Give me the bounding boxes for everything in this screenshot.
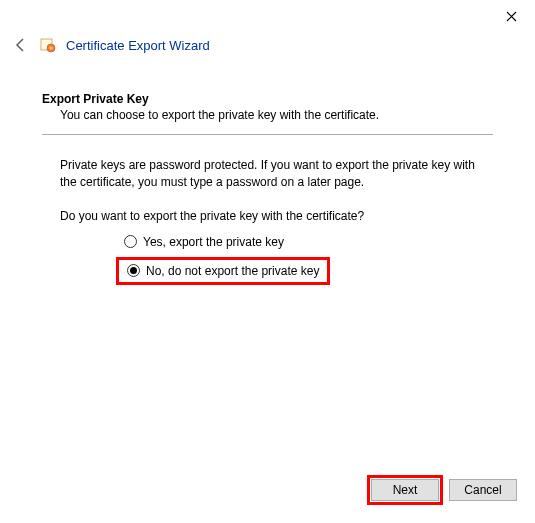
certificate-icon xyxy=(40,37,56,53)
divider xyxy=(42,134,493,135)
back-button[interactable] xyxy=(12,36,30,54)
section-title: Export Private Key xyxy=(42,92,493,106)
next-button[interactable]: Next xyxy=(371,479,439,501)
radio-no-export[interactable]: No, do not export the private key xyxy=(123,262,323,280)
highlight-selected-option: No, do not export the private key xyxy=(116,257,330,285)
radio-icon xyxy=(124,235,137,248)
wizard-title: Certificate Export Wizard xyxy=(66,38,210,53)
svg-point-2 xyxy=(50,47,53,50)
radio-yes-label: Yes, export the private key xyxy=(143,235,284,249)
section-description: You can choose to export the private key… xyxy=(60,108,493,122)
close-button[interactable] xyxy=(496,6,527,28)
highlight-next-button: Next xyxy=(367,475,443,505)
info-text: Private keys are password protected. If … xyxy=(60,157,493,191)
radio-no-label: No, do not export the private key xyxy=(146,264,319,278)
radio-icon-selected xyxy=(127,264,140,277)
radio-yes-export[interactable]: Yes, export the private key xyxy=(120,233,493,251)
cancel-button[interactable]: Cancel xyxy=(449,479,517,501)
question-text: Do you want to export the private key wi… xyxy=(60,209,493,223)
